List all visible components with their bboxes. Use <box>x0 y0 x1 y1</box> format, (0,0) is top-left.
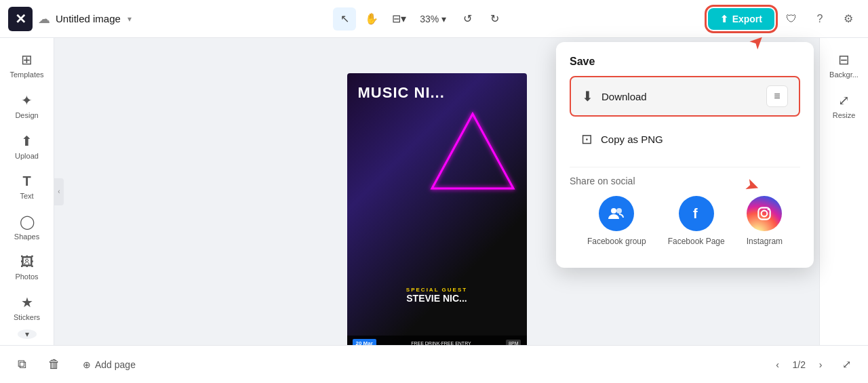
download-settings-icon[interactable]: ≡ <box>766 85 788 107</box>
hand-tool-button[interactable]: ✋ <box>360 7 383 31</box>
fit-page-button[interactable]: ⤢ <box>835 354 857 376</box>
svg-point-5 <box>762 211 768 217</box>
header-right: ⬆ Export 🛡 ? ⚙ <box>708 7 860 31</box>
upload-label: Upload <box>15 152 39 160</box>
stickers-label: Stickers <box>14 313 40 321</box>
document-title[interactable]: Untitled image <box>56 13 121 24</box>
download-left-content: ⬇ Download <box>582 88 647 104</box>
special-guest-label: SPECIAL GUEST <box>406 287 467 293</box>
right-sidebar: ⊟ Backgr... ⤢ Resize <box>819 38 868 345</box>
svg-marker-0 <box>432 114 513 188</box>
canvas-image: MUSIC NI... SPECIAL GUEST Stevie Nic... <box>347 73 527 345</box>
export-button[interactable]: ⬆ Export <box>708 8 774 30</box>
share-social-section: Share on social Facebook group <box>570 173 800 254</box>
performer-name: Stevie Nic... <box>406 293 467 304</box>
text-icon: T <box>22 174 31 189</box>
background-icon: ⊟ <box>838 52 850 68</box>
sidebar-item-photos[interactable]: 🖼 Photos <box>3 249 51 286</box>
save-section-label: Save <box>570 56 800 68</box>
music-night-title: MUSIC NI... <box>358 84 516 102</box>
templates-icon: ⊞ <box>21 52 33 68</box>
sidebar-collapse-button[interactable]: ▾ <box>18 329 37 339</box>
redo-button[interactable]: ↻ <box>483 7 506 31</box>
export-label: Export <box>732 14 762 24</box>
event-date: 20 Mar <box>353 339 376 345</box>
design-icon: ✦ <box>21 92 33 108</box>
sidebar-item-design[interactable]: ✦ Design <box>3 87 51 125</box>
facebook-page-label: Facebook Page <box>668 237 725 246</box>
social-instagram[interactable]: Instagram <box>747 196 783 246</box>
instagram-svg <box>755 205 773 222</box>
export-upload-icon: ⬆ <box>720 14 728 24</box>
neon-triangle-shape <box>425 107 520 195</box>
sidebar-item-shapes[interactable]: ◯ Shapes <box>3 208 51 246</box>
prev-page-button[interactable]: ‹ <box>768 355 787 374</box>
title-chevron-icon[interactable]: ▾ <box>127 14 132 24</box>
templates-label: Templates <box>9 70 43 79</box>
stickers-icon: ★ <box>21 294 33 310</box>
share-social-label: Share on social <box>570 176 800 186</box>
add-page-label: Add page <box>95 359 136 370</box>
delete-page-button[interactable]: 🗑 <box>43 354 65 376</box>
settings-button[interactable]: ⚙ <box>837 7 860 31</box>
rs-item-resize[interactable]: ⤢ Resize <box>823 87 866 125</box>
copy-png-button[interactable]: ⊡ Copy as PNG ➤ <box>570 122 800 156</box>
shapes-icon: ◯ <box>20 214 35 230</box>
cursor-tool-button[interactable]: ↖ <box>333 7 356 31</box>
help-button[interactable]: ? <box>808 7 831 31</box>
logo-icon[interactable]: ✕ <box>8 7 33 31</box>
fb-page-svg: f <box>688 205 705 222</box>
canvas-preview[interactable]: MUSIC NI... SPECIAL GUEST Stevie Nic... <box>347 73 527 345</box>
sidebar-collapse-handle[interactable]: ‹ <box>54 178 64 205</box>
left-sidebar: ⊞ Templates ✦ Design ⬆ Upload T Text ◯ S… <box>0 38 54 345</box>
zoom-chevron-icon: ▾ <box>441 14 446 24</box>
zoom-control[interactable]: 33% ▾ <box>414 11 452 27</box>
svg-point-6 <box>768 209 770 211</box>
logo-x-mark: ✕ <box>15 11 26 27</box>
copy-png-label: Copy as PNG <box>601 134 663 145</box>
facebook-page-icon: f <box>679 196 714 231</box>
facebook-group-label: Facebook group <box>587 237 646 246</box>
performer-info: SPECIAL GUEST Stevie Nic... <box>406 287 467 304</box>
add-page-icon: ⊕ <box>83 359 91 370</box>
design-label: Design <box>15 111 38 119</box>
download-button[interactable]: ⬇ Download ≡ <box>570 76 800 117</box>
bottom-toolbar: ⧉ 🗑 ⊕ Add page ‹ 1/2 › ⤢ <box>0 345 868 383</box>
header-center-tools: ↖ ✋ ⊟▾ 33% ▾ ↺ ↻ <box>333 7 506 31</box>
svg-point-2 <box>616 208 622 214</box>
frame-tool-button[interactable]: ⊟▾ <box>387 7 410 31</box>
zoom-value: 33% <box>420 14 439 24</box>
sidebar-item-stickers[interactable]: ★ Stickers <box>3 289 51 327</box>
divider <box>570 167 800 167</box>
fb-group-svg <box>607 204 626 223</box>
shield-button[interactable]: 🛡 <box>780 7 803 31</box>
photos-icon: 🖼 <box>20 254 34 270</box>
text-label: Text <box>20 192 33 200</box>
undo-button[interactable]: ↺ <box>456 7 479 31</box>
header-left: ✕ ☁ Untitled image ▾ <box>8 7 132 31</box>
resize-label: Resize <box>833 111 856 119</box>
photos-label: Photos <box>15 273 38 281</box>
date-text: 20 Mar <box>356 340 373 345</box>
event-time: 8PM <box>506 340 521 345</box>
resize-icon: ⤢ <box>838 92 850 108</box>
bottom-right-controls: ‹ 1/2 › ⤢ <box>768 354 857 376</box>
cloud-icon: ☁ <box>38 12 50 26</box>
download-icon: ⬇ <box>582 88 593 104</box>
social-facebook-group[interactable]: Facebook group <box>587 196 646 246</box>
social-icons-row: Facebook group f Facebook Page <box>570 196 800 246</box>
add-page-button[interactable]: ⊕ Add page <box>76 355 142 374</box>
download-label: Download <box>601 91 647 102</box>
rs-item-background[interactable]: ⊟ Backgr... <box>823 46 866 84</box>
instagram-icon <box>747 196 782 231</box>
social-facebook-page[interactable]: f Facebook Page <box>668 196 725 246</box>
copy-png-icon: ⊡ <box>581 131 593 147</box>
next-page-button[interactable]: › <box>811 355 830 374</box>
instagram-label: Instagram <box>747 237 783 246</box>
sidebar-item-templates[interactable]: ⊞ Templates <box>3 46 51 84</box>
shapes-label: Shapes <box>14 233 39 241</box>
sidebar-item-text[interactable]: T Text <box>3 168 51 205</box>
duplicate-page-button[interactable]: ⧉ <box>11 354 33 376</box>
header: ✕ ☁ Untitled image ▾ ↖ ✋ ⊟▾ 33% ▾ ↺ ↻ ⬆ … <box>0 0 868 38</box>
sidebar-item-upload[interactable]: ⬆ Upload <box>3 127 51 165</box>
